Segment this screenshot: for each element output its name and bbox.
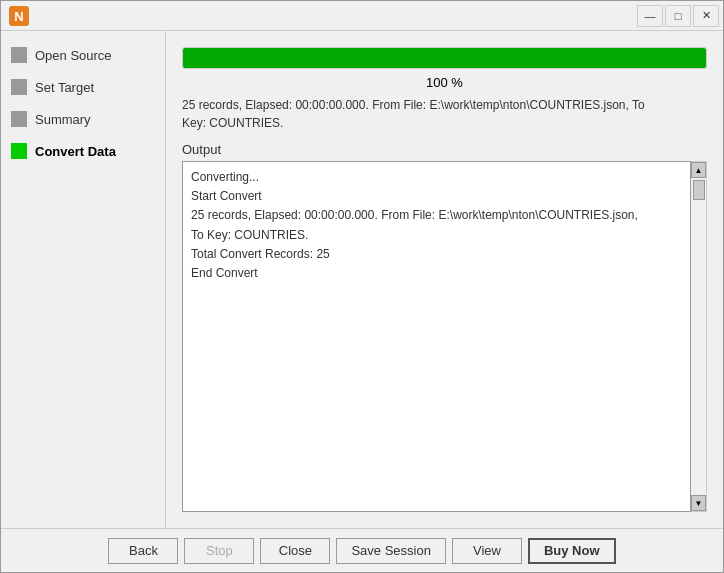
window-controls: — □ ✕: [637, 5, 719, 27]
status-line2: Key: COUNTRIES.: [182, 116, 283, 130]
content-area: 100 % 25 records, Elapsed: 00:00:00.000.…: [166, 31, 723, 528]
sidebar-item-set-target[interactable]: Set Target: [1, 71, 165, 103]
progress-section: 100 % 25 records, Elapsed: 00:00:00.000.…: [182, 47, 707, 132]
close-window-button[interactable]: ✕: [693, 5, 719, 27]
title-bar: N — □ ✕: [1, 1, 723, 31]
status-text: 25 records, Elapsed: 00:00:00.000. From …: [182, 96, 707, 132]
save-session-button[interactable]: Save Session: [336, 538, 446, 564]
back-button[interactable]: Back: [108, 538, 178, 564]
scrollbar-track: ▲ ▼: [691, 161, 707, 512]
scrollbar-up-button[interactable]: ▲: [691, 162, 706, 178]
summary-icon: [11, 111, 27, 127]
close-button[interactable]: Close: [260, 538, 330, 564]
main-window: N — □ ✕ Open Source Set Target Summary: [0, 0, 724, 573]
convert-data-icon: [11, 143, 27, 159]
sidebar-label-convert-data: Convert Data: [35, 144, 116, 159]
svg-text:N: N: [14, 9, 23, 24]
output-label: Output: [182, 142, 707, 157]
app-icon: N: [9, 6, 29, 26]
bottom-bar: Back Stop Close Save Session View Buy No…: [1, 528, 723, 572]
output-line-3: 25 records, Elapsed: 00:00:00.000. From …: [191, 206, 682, 225]
stop-button[interactable]: Stop: [184, 538, 254, 564]
main-content: Open Source Set Target Summary Convert D…: [1, 31, 723, 528]
sidebar-item-open-source[interactable]: Open Source: [1, 39, 165, 71]
sidebar-label-open-source: Open Source: [35, 48, 112, 63]
output-line-6: End Convert: [191, 264, 682, 283]
progress-bar-fill: [183, 48, 706, 68]
sidebar-item-summary[interactable]: Summary: [1, 103, 165, 135]
minimize-button[interactable]: —: [637, 5, 663, 27]
output-line-5: Total Convert Records: 25: [191, 245, 682, 264]
progress-bar-container: [182, 47, 707, 69]
status-line1: 25 records, Elapsed: 00:00:00.000. From …: [182, 98, 645, 112]
sidebar-label-summary: Summary: [35, 112, 91, 127]
output-line-4: To Key: COUNTRIES.: [191, 226, 682, 245]
output-line-2: Start Convert: [191, 187, 682, 206]
output-section: Output Converting... Start Convert 25 re…: [182, 142, 707, 512]
scrollbar-down-button[interactable]: ▼: [691, 495, 706, 511]
progress-percent-label: 100 %: [182, 75, 707, 90]
sidebar-label-set-target: Set Target: [35, 80, 94, 95]
output-box[interactable]: Converting... Start Convert 25 records, …: [182, 161, 691, 512]
scrollbar-thumb[interactable]: [693, 180, 705, 200]
sidebar-item-convert-data[interactable]: Convert Data: [1, 135, 165, 167]
open-source-icon: [11, 47, 27, 63]
view-button[interactable]: View: [452, 538, 522, 564]
sidebar: Open Source Set Target Summary Convert D…: [1, 31, 166, 528]
output-line-1: Converting...: [191, 168, 682, 187]
maximize-button[interactable]: □: [665, 5, 691, 27]
output-content: Converting... Start Convert 25 records, …: [183, 162, 690, 289]
set-target-icon: [11, 79, 27, 95]
buy-now-button[interactable]: Buy Now: [528, 538, 616, 564]
